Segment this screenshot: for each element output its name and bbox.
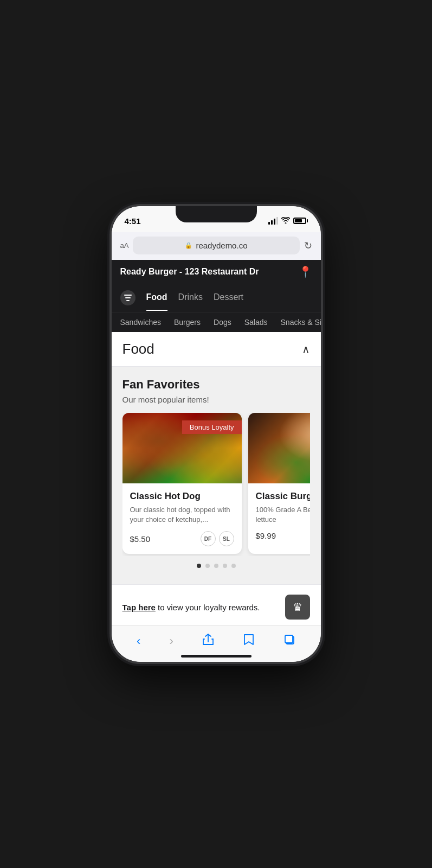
lock-icon: 🔒 [185, 242, 192, 249]
subcategory-sandwiches[interactable]: Sandwiches [120, 318, 162, 327]
dot-1[interactable] [197, 564, 201, 568]
fan-favorites-section: Fan Favorites Our most popular items! Bo… [112, 367, 321, 584]
hotdog-footer: $5.50 DF SL [130, 531, 234, 546]
tag-sl: SL [219, 531, 234, 546]
hotdog-price: $5.50 [130, 534, 151, 544]
menu-cards-row: Bonus Loyalty Classic Hot Dog Our classi… [122, 413, 310, 556]
fan-favorites-title: Fan Favorites [122, 378, 310, 392]
dot-4[interactable] [223, 564, 227, 568]
subcategory-salads[interactable]: Salads [244, 318, 268, 327]
bookmarks-button[interactable] [241, 631, 257, 651]
share-icon [202, 634, 214, 649]
tag-df: DF [201, 531, 216, 546]
svg-rect-1 [285, 635, 293, 643]
loyalty-crown-button[interactable]: ♛ [285, 595, 310, 620]
bookmarks-icon [243, 634, 255, 649]
restaurant-name: Ready Burger - 123 Restaurant Dr [120, 267, 259, 277]
address-bar[interactable]: 🔒 readydemo.co [133, 237, 299, 254]
status-icons [268, 216, 308, 225]
hotdog-name: Classic Hot Dog [130, 491, 234, 502]
phone-screen: 4:51 [112, 206, 321, 662]
signal-icon [268, 217, 278, 225]
home-indicator [181, 655, 252, 658]
burger-photo [248, 413, 310, 483]
category-nav: Food Drinks Dessert [112, 284, 321, 312]
hotdog-tags: DF SL [201, 531, 234, 546]
browser-url: readydemo.co [196, 241, 247, 250]
carousel-dots [122, 556, 310, 576]
back-icon: ‹ [137, 634, 140, 648]
forward-icon: › [169, 634, 173, 648]
share-button[interactable] [200, 631, 216, 651]
tap-here-link[interactable]: Tap here [122, 603, 156, 612]
loyalty-text: Tap here to view your loyalty rewards. [122, 603, 260, 612]
subcategory-burgers[interactable]: Burgers [174, 318, 201, 327]
notch [176, 206, 257, 222]
burger-name: Classic Burger [256, 491, 310, 502]
subcategory-nav: Sandwiches Burgers Dogs Salads Snacks & … [112, 312, 321, 332]
filter-icon [120, 290, 136, 305]
dot-5[interactable] [231, 564, 236, 568]
dot-3[interactable] [214, 564, 218, 568]
forward-button[interactable]: › [167, 632, 175, 650]
filter-button[interactable] [120, 284, 136, 312]
back-button[interactable]: ‹ [134, 632, 143, 650]
app-content: Ready Burger - 123 Restaurant Dr 📍 Food … [112, 260, 321, 662]
font-toggle[interactable]: aA [120, 241, 129, 250]
tab-dessert[interactable]: Dessert [214, 285, 243, 311]
burger-footer: $9.99 [256, 531, 310, 540]
phone-frame: 4:51 [111, 205, 322, 663]
menu-card-hotdog[interactable]: Bonus Loyalty Classic Hot Dog Our classi… [122, 413, 242, 554]
tab-drinks[interactable]: Drinks [178, 285, 203, 311]
tabs-icon [283, 634, 295, 649]
menu-card-burger[interactable]: Classic Burger 100% Grade A Beef topped … [248, 413, 310, 554]
burger-price: $9.99 [256, 531, 276, 540]
loyalty-rest-text: to view your loyalty rewards. [156, 603, 260, 612]
fan-favorites-subtitle: Our most popular items! [122, 395, 310, 404]
burger-desc: 100% Grade A Beef topped with lettuce [256, 505, 310, 525]
subcategory-snacks[interactable]: Snacks & Si... [281, 318, 321, 327]
bonus-loyalty-badge: Bonus Loyalty [182, 420, 242, 434]
status-time: 4:51 [125, 216, 141, 226]
location-icon[interactable]: 📍 [299, 265, 312, 278]
subcategory-dogs[interactable]: Dogs [214, 318, 231, 327]
wifi-icon [281, 216, 290, 225]
burger-card-body: Classic Burger 100% Grade A Beef topped … [248, 483, 310, 548]
hotdog-desc: Our classic hot dog, topped with your ch… [130, 505, 234, 525]
crown-icon: ♛ [293, 601, 302, 614]
loyalty-banner: Tap here to view your loyalty rewards. ♛ [112, 584, 321, 626]
hotdog-image: Bonus Loyalty [122, 413, 242, 483]
main-content: Food ∧ Fan Favorites Our most popular it… [112, 332, 321, 626]
section-header: Food ∧ [112, 332, 321, 367]
tab-food[interactable]: Food [146, 285, 167, 311]
browser-bar: aA 🔒 readydemo.co ↻ [112, 232, 321, 260]
restaurant-header: Ready Burger - 123 Restaurant Dr 📍 [112, 260, 321, 284]
burger-image [248, 413, 310, 483]
dot-2[interactable] [205, 564, 210, 568]
hotdog-card-body: Classic Hot Dog Our classic hot dog, top… [122, 483, 242, 554]
section-title: Food [122, 341, 154, 358]
refresh-icon[interactable]: ↻ [304, 240, 312, 252]
battery-icon [293, 218, 308, 224]
collapse-icon[interactable]: ∧ [302, 343, 310, 356]
tabs-button[interactable] [281, 631, 298, 651]
